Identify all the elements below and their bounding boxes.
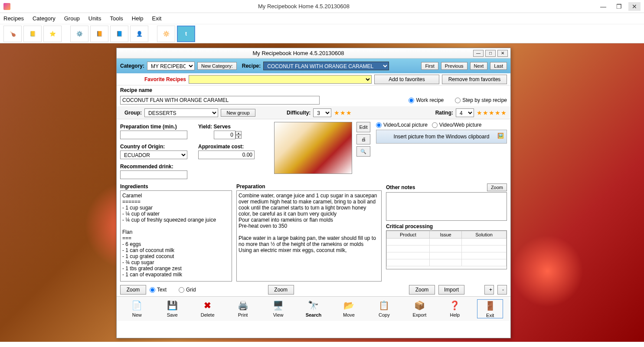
new-group-button[interactable]: New group [221, 109, 255, 117]
new-category-button[interactable]: New Category: [197, 62, 237, 70]
new-icon: 📄 [130, 299, 144, 311]
grid-radio[interactable]: Grid [179, 287, 196, 293]
preparation-zoom-button[interactable]: Zoom [268, 285, 294, 295]
preparation-label: Preparation [236, 183, 265, 190]
minus-button[interactable]: - [497, 285, 507, 295]
menu-help[interactable]: Help [132, 15, 144, 22]
step-recipe-radio[interactable]: Step by step recipe [455, 97, 507, 103]
ingredients-zoom-button[interactable]: Zoom [120, 285, 146, 295]
dialog-minimize-button[interactable]: — [473, 50, 484, 57]
menu-group[interactable]: Group [64, 15, 80, 22]
cost-input[interactable] [198, 151, 255, 159]
toolbar-user-icon[interactable]: 👤 [130, 26, 148, 42]
mid-section: Preparation time (min.) Country of Origi… [117, 119, 510, 182]
video-web-radio[interactable]: Video/Web picture [432, 122, 482, 128]
toolbar-favorites-icon[interactable]: ⭐ [43, 26, 62, 42]
col-solution: Solution [462, 231, 507, 239]
save-button[interactable]: 💾Save [159, 299, 185, 318]
export-icon: 📦 [412, 299, 426, 311]
yield-label: Yield: Serves [198, 124, 270, 130]
rating-label: Rating: [435, 110, 453, 116]
notes-zoom-button[interactable]: Zoom [487, 183, 507, 191]
favorites-label: Favorite Recipes [144, 76, 186, 82]
print-button[interactable]: 🖨️Print [230, 299, 256, 318]
move-button[interactable]: 📂Move [336, 299, 362, 318]
dialog-titlebar: My Recipebook Home 4.5.20130608 — □ ✕ [117, 48, 510, 59]
recipe-name-input[interactable] [120, 96, 320, 105]
category-recipe-row: Category: MY RECIPEBOOK New Category: Re… [117, 59, 510, 73]
help-icon: ❓ [448, 299, 462, 311]
delete-button[interactable]: ✖Delete [195, 299, 221, 318]
menu-tools[interactable]: Tools [110, 15, 123, 22]
insert-picture-button[interactable]: Insert picture from the Windows clipboar… [376, 130, 507, 144]
search-button[interactable]: 🔭Search [301, 299, 327, 318]
menu-units[interactable]: Units [88, 15, 101, 22]
ingredients-textarea[interactable]: Caramel ====== - 1 cup sugar - ¼ cup of … [120, 190, 232, 282]
previous-button[interactable]: Previous [441, 62, 467, 70]
menu-category[interactable]: Category [33, 15, 56, 22]
remove-favorites-button[interactable]: Remove from favorites [442, 75, 507, 84]
spinner-up-icon[interactable]: ▲ [235, 131, 242, 135]
add-favorites-button[interactable]: Add to favorites [374, 75, 439, 84]
next-button[interactable]: Next [470, 62, 488, 70]
last-button[interactable]: Last [490, 62, 507, 70]
toolbar-notes-icon[interactable]: 📒 [23, 26, 42, 42]
plus-button[interactable]: + [484, 285, 494, 295]
toolbar-book2-icon[interactable]: 📘 [110, 26, 128, 42]
yield-spinner[interactable]: ▲▼ [198, 131, 242, 139]
preparation-textarea[interactable]: Combine water, orange juice and 1 cup su… [236, 190, 382, 282]
exit-icon: 🚪 [483, 300, 497, 312]
work-recipe-radio[interactable]: Work recipe [409, 97, 444, 103]
new-button[interactable]: 📄New [124, 299, 150, 318]
category-select[interactable]: MY RECIPEBOOK [147, 62, 195, 70]
close-button[interactable]: ✕ [628, 2, 641, 11]
dialog-close-button[interactable]: ✕ [497, 50, 508, 57]
prep-time-label: Preparation time (min.) [120, 124, 194, 130]
spinner-down-icon[interactable]: ▼ [235, 135, 242, 139]
notes-textarea[interactable] [386, 192, 507, 221]
drink-label: Recommended drink: [120, 164, 194, 170]
difficulty-label: Difficulty: [287, 110, 311, 116]
col-product: Product [387, 231, 430, 239]
minimize-button[interactable]: — [597, 2, 609, 11]
export-button[interactable]: 📦Export [406, 299, 432, 318]
move-icon: 📂 [342, 299, 356, 311]
video-local-radio[interactable]: Video/Local picture [376, 122, 428, 128]
country-select[interactable]: ECUADOR [120, 151, 187, 159]
import-button[interactable]: Import [438, 285, 464, 295]
menu-recipes[interactable]: Recipes [3, 15, 24, 22]
help-button[interactable]: ❓Help [442, 299, 468, 318]
recipe-label: Recipe: [242, 63, 261, 69]
rating-select[interactable]: 4 [456, 108, 474, 117]
difficulty-stars: ★★★ [334, 109, 352, 116]
find-picture-icon[interactable]: 🔍 [356, 146, 370, 157]
recipe-select[interactable]: COCONUT FLAN WITH ORANGE CARAMEL [263, 62, 389, 70]
first-button[interactable]: First [421, 62, 438, 70]
recipe-photo [274, 122, 352, 174]
menu-exit[interactable]: Exit [152, 15, 162, 22]
toolbar-settings-icon[interactable]: ⚙️ [70, 26, 88, 42]
dialog-maximize-button[interactable]: □ [485, 50, 496, 57]
main-toolbar: 🍗 📒 ⭐ ⚙️ 📙 📘 👤 🔆 t [0, 24, 644, 43]
toolbar-recipes-icon[interactable]: 🍗 [3, 26, 22, 42]
toolbar-twitter-icon[interactable]: t [177, 26, 195, 42]
view-button[interactable]: 🖥️View [265, 299, 291, 318]
copy-button[interactable]: 📋Copy [371, 299, 397, 318]
group-select[interactable]: DESSERTS [144, 108, 218, 117]
favorites-select[interactable] [189, 75, 372, 84]
toolbar-gear-icon[interactable]: 🔆 [157, 26, 175, 42]
edit-button[interactable]: Edit [356, 122, 370, 132]
exit-button[interactable]: 🚪Exit [477, 299, 503, 318]
textareas-row: Ingredients Caramel ====== - 1 cup sugar… [117, 182, 510, 283]
print-picture-icon[interactable]: 🖨 [356, 134, 370, 144]
toolbar-book1-icon[interactable]: 📙 [90, 26, 108, 42]
clipboard-icon: 🖼️ [497, 133, 504, 139]
text-radio[interactable]: Text [150, 287, 167, 293]
difficulty-select[interactable]: 3 [313, 108, 331, 117]
prep-time-input[interactable] [120, 131, 187, 139]
dialog-bottombar: 📄New 💾Save ✖Delete 🖨️Print 🖥️View 🔭Searc… [117, 296, 510, 321]
drink-input[interactable] [120, 170, 187, 179]
critical-zoom-button[interactable]: Zoom [409, 285, 435, 295]
critical-grid[interactable]: ProductIssueSolution [386, 230, 507, 269]
maximize-button[interactable]: ❐ [613, 2, 625, 11]
